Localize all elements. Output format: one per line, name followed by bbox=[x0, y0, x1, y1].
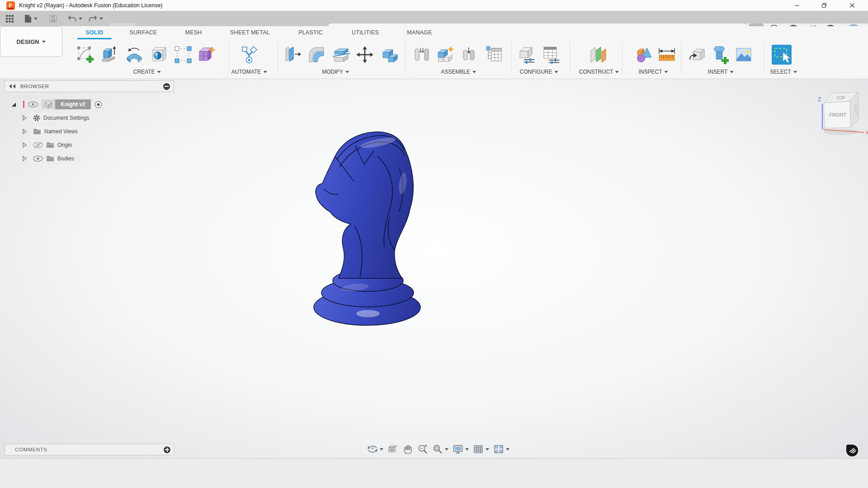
automate-group-caret bbox=[263, 71, 267, 73]
display-settings-caret[interactable] bbox=[465, 448, 469, 450]
close-button[interactable] bbox=[842, 0, 863, 11]
view-cube[interactable]: TOP FRONT RIGHT Z X bbox=[814, 87, 868, 137]
bom-table-icon bbox=[485, 46, 503, 64]
zoom-button[interactable] bbox=[417, 444, 428, 455]
rectangular-pattern-button[interactable] bbox=[172, 42, 194, 67]
ribbon-tab-utilities[interactable]: UTILITIES bbox=[352, 26, 379, 39]
hole-button[interactable] bbox=[147, 42, 170, 67]
undo-button[interactable] bbox=[67, 11, 83, 26]
ribbon-tab-mesh[interactable]: MESH bbox=[185, 26, 202, 39]
configure-group-label[interactable]: CONFIGURE bbox=[520, 69, 558, 75]
create-group-label[interactable]: CREATE bbox=[133, 69, 161, 75]
gear-icon bbox=[33, 114, 40, 122]
ribbon-tab-plastic[interactable]: PLASTIC bbox=[298, 26, 323, 39]
redo-button[interactable] bbox=[88, 11, 104, 26]
file-menu-button[interactable] bbox=[23, 11, 39, 26]
revolve-button[interactable] bbox=[123, 42, 146, 67]
comments-panel-title: COMMENTS bbox=[15, 447, 47, 452]
browser-row-named-views[interactable]: Named Views bbox=[23, 126, 84, 137]
measure-button[interactable] bbox=[656, 42, 678, 67]
press-pull-button[interactable] bbox=[281, 42, 304, 67]
ribbon-tab-sheet-metal[interactable]: SHEET METAL bbox=[230, 26, 270, 39]
activate-component-radio[interactable] bbox=[94, 101, 102, 108]
extrude-button[interactable] bbox=[99, 42, 121, 67]
orbit-caret[interactable] bbox=[380, 448, 383, 450]
insert-canvas-button[interactable] bbox=[732, 42, 755, 67]
ribbon: SOLID SURFACE MESH SHEET METAL PLASTIC U… bbox=[0, 26, 868, 79]
browser-row-bodies[interactable]: Bodies bbox=[23, 153, 80, 164]
expand-caret-icon[interactable] bbox=[23, 115, 27, 121]
create-sketch-button[interactable] bbox=[74, 42, 97, 67]
split-body-button[interactable] bbox=[330, 42, 353, 67]
browser-panel-header[interactable]: BROWSER bbox=[5, 80, 174, 92]
modify-group-label[interactable]: MODIFY bbox=[322, 69, 349, 75]
browser-panel-title: BROWSER bbox=[20, 84, 49, 89]
expand-caret-icon[interactable] bbox=[23, 129, 27, 134]
select-button[interactable] bbox=[770, 42, 793, 67]
select-group-label[interactable]: SELECT bbox=[770, 69, 797, 75]
folder-icon bbox=[46, 142, 54, 148]
joint-button[interactable] bbox=[410, 42, 433, 67]
viewports-caret[interactable] bbox=[506, 448, 509, 450]
browser-row-origin[interactable]: Origin bbox=[23, 140, 78, 150]
ribbon-tab-surface[interactable]: SURFACE bbox=[130, 26, 157, 39]
display-settings-icon bbox=[453, 444, 463, 455]
visibility-eye-icon[interactable] bbox=[33, 155, 43, 162]
root-component-pill[interactable]: Knight v2 bbox=[42, 99, 91, 109]
expand-caret-icon[interactable] bbox=[23, 156, 27, 161]
knight-body-model[interactable] bbox=[310, 129, 423, 329]
bom-table-button[interactable] bbox=[483, 42, 505, 67]
assemble-group-label[interactable]: ASSEMBLE bbox=[441, 69, 476, 75]
fit-button[interactable] bbox=[432, 444, 448, 455]
browser-minimize-button[interactable] bbox=[163, 83, 170, 90]
combine-button[interactable] bbox=[379, 42, 401, 67]
grid-snaps-caret[interactable] bbox=[486, 448, 489, 450]
add-comment-button[interactable] bbox=[164, 446, 170, 453]
expand-caret-icon[interactable] bbox=[23, 142, 27, 148]
automate-button[interactable] bbox=[238, 42, 260, 67]
new-component-button[interactable] bbox=[434, 42, 457, 67]
ribbon-tab-solid[interactable]: SOLID bbox=[85, 26, 103, 39]
modeling-canvas[interactable] bbox=[0, 79, 868, 458]
viewports-button[interactable] bbox=[493, 444, 509, 455]
visibility-off-eye-icon[interactable] bbox=[33, 141, 43, 149]
component-cube-icon bbox=[42, 99, 55, 109]
ribbon-tab-manage[interactable]: MANAGE bbox=[407, 26, 432, 39]
insert-fastener-button[interactable] bbox=[709, 42, 731, 67]
inspect-analysis-button[interactable] bbox=[632, 42, 655, 67]
configure-component-button[interactable] bbox=[515, 42, 538, 67]
joint-origin-button[interactable] bbox=[458, 42, 480, 67]
construct-group-label[interactable]: CONSTRUCT bbox=[579, 69, 619, 75]
save-button[interactable] bbox=[47, 11, 59, 26]
inspect-group-label[interactable]: INSPECT bbox=[638, 69, 668, 75]
display-settings-button[interactable] bbox=[453, 444, 469, 455]
fit-caret[interactable] bbox=[445, 448, 448, 450]
expand-collapse-icon[interactable] bbox=[12, 103, 16, 107]
browser-collapse-icon[interactable] bbox=[9, 84, 16, 89]
maximize-button[interactable] bbox=[814, 0, 835, 11]
comments-panel-header[interactable]: COMMENTS bbox=[5, 444, 175, 455]
look-at-button[interactable] bbox=[387, 444, 398, 455]
insert-derive-button[interactable] bbox=[686, 42, 709, 67]
fillet-button[interactable] bbox=[305, 42, 328, 67]
app-grid-button[interactable] bbox=[4, 11, 15, 26]
configuration-table-button[interactable] bbox=[540, 42, 562, 67]
folder-icon bbox=[33, 128, 41, 135]
undo-icon bbox=[68, 15, 76, 23]
construct-plane-button[interactable] bbox=[587, 42, 609, 67]
visibility-eye-icon[interactable] bbox=[28, 101, 38, 108]
browser-row-document-settings[interactable]: Document Settings bbox=[23, 113, 95, 123]
pan-button[interactable] bbox=[402, 444, 413, 455]
grid-snaps-button[interactable] bbox=[473, 444, 489, 455]
design-workspace-selector[interactable]: DESIGN bbox=[0, 26, 62, 57]
automate-group-label[interactable]: AUTOMATE bbox=[231, 69, 267, 75]
orbit-button[interactable] bbox=[367, 444, 383, 455]
root-component-label[interactable]: Knight v2 bbox=[55, 99, 91, 109]
insert-group-label[interactable]: INSERT bbox=[708, 69, 734, 75]
minimize-button[interactable] bbox=[787, 0, 807, 11]
feedback-chat-button[interactable] bbox=[845, 444, 859, 459]
browser-root-row[interactable]: Knight v2 bbox=[12, 99, 102, 110]
view-cube-front-label: FRONT bbox=[829, 112, 846, 117]
create-form-button[interactable] bbox=[195, 42, 218, 67]
move-copy-button[interactable] bbox=[354, 42, 376, 67]
